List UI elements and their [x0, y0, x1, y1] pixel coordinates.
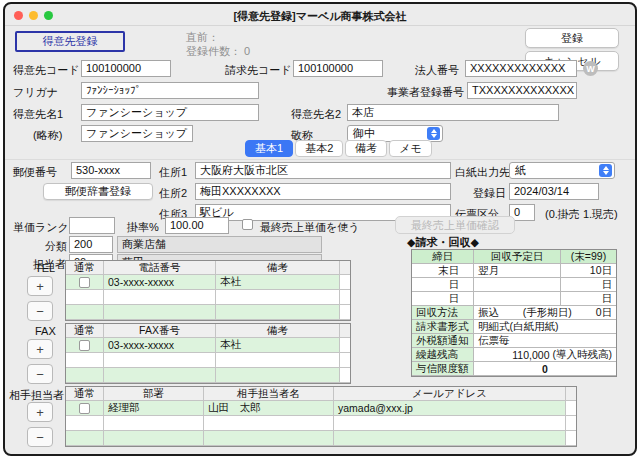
tel-remove-button[interactable]: −	[27, 301, 53, 321]
carryover-value[interactable]: 110,000 (導入時残高)	[474, 348, 616, 362]
contacts-dept-1[interactable]: 経理部	[104, 401, 204, 416]
corporate-number-label: 法人番号	[415, 63, 459, 78]
collection-method-label: 回収方法	[412, 306, 474, 320]
contacts-name-3[interactable]	[204, 431, 334, 446]
tax-notice-value[interactable]: 伝票毎	[474, 334, 616, 348]
fax-normal-2[interactable]	[66, 353, 104, 368]
tel-note-1[interactable]: 本社	[216, 275, 340, 290]
contacts-header-normal: 通常	[66, 387, 104, 401]
billing-day-1[interactable]: 10日	[561, 264, 616, 278]
fax-add-button[interactable]: +	[27, 339, 53, 359]
fax-note-2[interactable]	[216, 353, 340, 368]
billing-schedule-2[interactable]	[474, 278, 561, 292]
fax-header-strip	[340, 324, 350, 338]
contacts-normal-checkbox-1[interactable]	[66, 401, 104, 416]
postal-label: 郵便番号	[13, 165, 57, 180]
contacts-email-1[interactable]: yamada@xxx.jp	[334, 401, 566, 416]
tel-normal-checkbox-1[interactable]	[66, 275, 104, 290]
corporate-number-field[interactable]: XXXXXXXXXXXXX	[465, 60, 577, 77]
tel-note-3[interactable]	[216, 305, 340, 320]
contacts-dept-2[interactable]	[104, 416, 204, 431]
contacts-normal-3[interactable]	[66, 431, 104, 446]
fax-table: 通常 FAX番号 備考 03-xxxx-xxxxx 本社	[65, 323, 351, 384]
customer-code-field[interactable]: 100100000	[81, 60, 171, 77]
tel-header-number: 電話番号	[104, 261, 216, 275]
tab-notes[interactable]: 備考	[345, 140, 387, 157]
blank-output-select[interactable]: 紙	[509, 162, 615, 179]
contacts-normal-2[interactable]	[66, 416, 104, 431]
tel-label: TEL	[35, 262, 55, 274]
honorific-value: 御中	[353, 126, 375, 141]
tab-basic2[interactable]: 基本2	[295, 140, 343, 157]
reg-date-field[interactable]: 2024/03/14	[509, 183, 599, 200]
billing-table: 締日 回収予定日 (末=99) 末日 翌月 10日 日 日 日 日 回収方法 振…	[411, 249, 617, 377]
billing-day-3[interactable]: 日	[561, 292, 616, 306]
short-name-field[interactable]: ファンシーショップ	[81, 125, 193, 142]
billing-section-title: ◆請求・回収◆	[407, 235, 479, 250]
billing-schedule-3[interactable]	[474, 292, 561, 306]
postal-dictionary-button[interactable]: 郵便辞書登録	[43, 183, 153, 200]
web-lookup-icon[interactable]: W	[583, 61, 598, 76]
billing-closing-3[interactable]: 日	[412, 292, 474, 306]
tel-number-3[interactable]	[104, 305, 216, 320]
price-rank-field[interactable]	[69, 217, 115, 234]
carryover-note: (導入時残高)	[553, 348, 613, 362]
tel-note-2[interactable]	[216, 290, 340, 305]
address2-field[interactable]: 梅田XXXXXXXX	[195, 183, 451, 200]
address1-label: 住所1	[159, 165, 187, 180]
contacts-header-name: 相手担当者名	[204, 387, 334, 401]
billing-day-2[interactable]: 日	[561, 278, 616, 292]
register-button[interactable]: 登録	[525, 28, 619, 48]
last-price-checkbox[interactable]	[242, 219, 253, 230]
contacts-header-dept: 部署	[104, 387, 204, 401]
contacts-name-2[interactable]	[204, 416, 334, 431]
fax-normal-checkbox-1[interactable]	[66, 338, 104, 353]
collection-method-note: (手形期日)	[523, 306, 572, 320]
billing-closing-2[interactable]: 日	[412, 278, 474, 292]
tab-basic1[interactable]: 基本1	[245, 140, 293, 157]
tab-memo[interactable]: メモ	[389, 140, 432, 157]
customer-name2-field[interactable]: 本店	[347, 104, 559, 121]
customer-registration-window: [得意先登録]マーベル商事株式会社 得意先登録 直前： 登録件数： 0 登録 キ…	[3, 2, 637, 456]
furigana-field[interactable]: ﾌｧﾝｼｰｼｮｯﾌﾟ	[81, 82, 259, 99]
rate-field[interactable]: 100.00	[165, 217, 229, 234]
tel-normal-2[interactable]	[66, 290, 104, 305]
price-rank-label: 単価ランク	[13, 220, 69, 235]
billing-code-field[interactable]: 100100000	[293, 60, 383, 77]
fax-number-3[interactable]	[104, 368, 216, 383]
fax-note-3[interactable]	[216, 368, 340, 383]
fax-number-1[interactable]: 03-xxxx-xxxxx	[104, 338, 216, 353]
contacts-email-3[interactable]	[334, 431, 566, 446]
slip-type-note: (0.掛売 1.現売)	[545, 207, 618, 222]
credit-limit-value[interactable]: 0	[474, 362, 616, 376]
fax-number-2[interactable]	[104, 353, 216, 368]
billing-schedule-1[interactable]: 翌月	[474, 264, 561, 278]
billing-header-schedule: 回収予定日	[474, 250, 561, 264]
postal-field[interactable]: 530-xxxx	[71, 162, 151, 179]
collection-method: 振込	[478, 306, 499, 320]
fax-header-normal: 通常	[66, 324, 104, 338]
contacts-remove-button[interactable]: −	[27, 427, 53, 447]
collection-method-value[interactable]: 振込 (手形期日) 0日	[474, 306, 616, 320]
tel-number-2[interactable]	[104, 290, 216, 305]
contacts-label: 相手担当者	[9, 388, 64, 403]
tel-add-button[interactable]: +	[27, 276, 53, 296]
billing-closing-1[interactable]: 末日	[412, 264, 474, 278]
tel-number-1[interactable]: 03-xxxx-xxxxx	[104, 275, 216, 290]
fax-strip-2	[340, 353, 350, 368]
contacts-add-button[interactable]: +	[27, 402, 53, 422]
contacts-dept-3[interactable]	[104, 431, 204, 446]
last-price-confirm-button[interactable]: 最終売上単価確認	[395, 216, 515, 234]
address1-field[interactable]: 大阪府大阪市北区	[195, 162, 451, 179]
business-reg-field[interactable]: TXXXXXXXXXXXXX	[467, 82, 577, 99]
customer-name1-field[interactable]: ファンシーショップ	[81, 104, 259, 121]
mode-button[interactable]: 得意先登録	[15, 31, 125, 52]
invoice-format-value[interactable]: 明細式(白紙用紙)	[474, 320, 616, 334]
category-code-field[interactable]: 200	[69, 236, 113, 253]
tel-normal-3[interactable]	[66, 305, 104, 320]
fax-normal-3[interactable]	[66, 368, 104, 383]
contacts-email-2[interactable]	[334, 416, 566, 431]
fax-remove-button[interactable]: −	[27, 364, 53, 384]
fax-note-1[interactable]: 本社	[216, 338, 340, 353]
contacts-name-1[interactable]: 山田 太郎	[204, 401, 334, 416]
